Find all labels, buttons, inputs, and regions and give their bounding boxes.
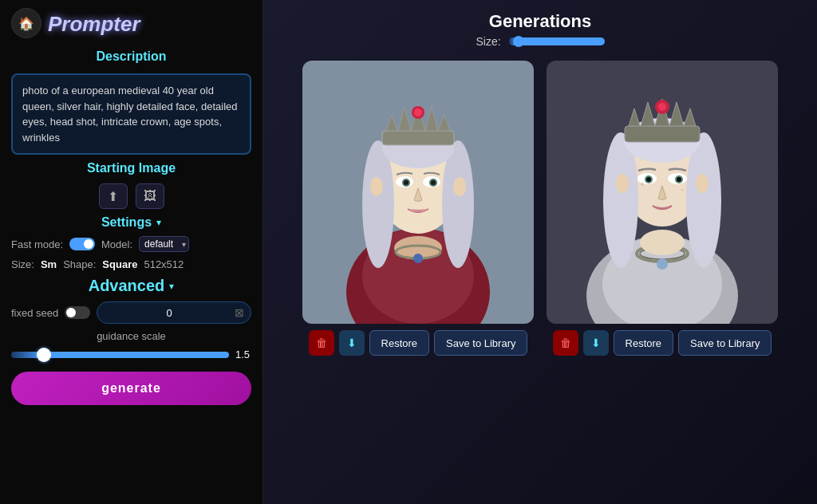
- shape-value[interactable]: Square: [102, 258, 137, 270]
- model-select-wrapper: default quality fast: [139, 236, 189, 252]
- svg-point-24: [370, 177, 383, 196]
- image-2-restore-button[interactable]: Restore: [614, 330, 674, 356]
- fast-mode-label: Fast mode:: [11, 238, 63, 250]
- starting-image-section: Starting Image ⬆ 🖼: [11, 161, 251, 209]
- guidance-value: 1.5: [235, 348, 251, 360]
- seed-toggle[interactable]: [65, 306, 90, 319]
- svg-point-50: [677, 177, 681, 182]
- svg-point-52: [696, 174, 708, 193]
- svg-point-49: [646, 177, 651, 182]
- description-box[interactable]: photo of a european medieval 40 year old…: [11, 73, 251, 155]
- model-select[interactable]: default quality fast: [139, 236, 189, 252]
- image-1-restore-button[interactable]: Restore: [369, 330, 430, 356]
- image-2-delete-button[interactable]: 🗑: [553, 330, 578, 356]
- settings-label: Settings: [101, 215, 152, 230]
- image-2-actions: 🗑 ⬇ Restore Save to Library: [553, 330, 772, 356]
- sidebar: 🏠 Prompter Description photo of a europe…: [0, 0, 263, 504]
- generations-title: Generations: [279, 11, 801, 32]
- svg-point-22: [404, 180, 408, 185]
- description-text: photo of a european medieval 40 year old…: [22, 85, 238, 144]
- svg-point-54: [681, 189, 684, 191]
- svg-point-5: [413, 254, 423, 263]
- image-card-2: 🗑 ⬇ Restore Save to Library: [547, 61, 778, 356]
- image-1-delete-button[interactable]: 🗑: [309, 330, 334, 356]
- guidance-slider-container: 1.5: [11, 348, 251, 360]
- starting-image-label: Starting Image: [87, 161, 176, 175]
- prompter-title: Prompter: [48, 12, 140, 37]
- svg-point-32: [640, 230, 685, 255]
- svg-point-53: [641, 183, 644, 186]
- image-1-save-library-button[interactable]: Save to Library: [434, 330, 527, 356]
- seed-input-container: 0 ⊠: [97, 301, 251, 324]
- size-control: Size:: [279, 35, 801, 48]
- size-slider[interactable]: [509, 37, 605, 45]
- svg-rect-37: [625, 126, 700, 142]
- image-card-1: 🗑 ⬇ Restore Save to Library: [302, 61, 534, 356]
- size-control-label: Size:: [476, 35, 500, 48]
- svg-point-51: [616, 174, 629, 193]
- svg-point-23: [431, 180, 436, 185]
- home-button[interactable]: 🏠: [11, 8, 41, 38]
- settings-chevron-icon[interactable]: ▾: [156, 217, 161, 228]
- description-label: Description: [11, 49, 251, 64]
- seed-row: fixed seed 0 ⊠: [11, 301, 251, 324]
- guidance-label: guidance scale: [11, 330, 251, 342]
- image-1-actions: 🗑 ⬇ Restore Save to Library: [309, 330, 528, 356]
- image-2-save-library-button[interactable]: Save to Library: [678, 330, 772, 356]
- size-value[interactable]: Sm: [41, 258, 57, 270]
- settings-section: Settings ▾: [11, 215, 251, 230]
- shape-label: Shape:: [63, 258, 96, 270]
- guidance-slider-thumb[interactable]: [37, 348, 51, 362]
- upload-image-button[interactable]: ⬆: [99, 183, 128, 209]
- add-image-icon: 🖼: [144, 189, 156, 203]
- upload-icon: ⬆: [108, 189, 118, 204]
- svg-point-44: [658, 103, 666, 111]
- svg-rect-10: [382, 131, 454, 145]
- main-content: Generations Size:: [263, 0, 817, 504]
- seed-clear-button[interactable]: ⊠: [235, 306, 244, 319]
- home-icon: 🏠: [18, 16, 34, 31]
- size-shape-row: Size: Sm Shape: Square 512x512: [11, 258, 251, 270]
- fast-mode-toggle[interactable]: [69, 238, 95, 250]
- image-2-download-button[interactable]: ⬇: [583, 330, 609, 356]
- seed-value: 0: [104, 307, 235, 319]
- svg-point-17: [414, 108, 422, 116]
- seed-label: fixed seed: [11, 307, 58, 319]
- generations-header: Generations Size:: [263, 0, 817, 53]
- generated-image-2: [547, 61, 778, 324]
- size-slider-thumb[interactable]: [513, 36, 524, 47]
- images-grid: 🗑 ⬇ Restore Save to Library: [263, 53, 817, 504]
- size-label: Size:: [11, 258, 34, 270]
- add-image-button[interactable]: 🖼: [136, 183, 164, 209]
- dimensions-value: 512x512: [144, 258, 184, 270]
- model-label: Model:: [101, 238, 132, 250]
- image-1-download-button[interactable]: ⬇: [339, 330, 365, 356]
- advanced-chevron-icon[interactable]: ▾: [169, 281, 174, 292]
- advanced-section: Advanced ▾: [11, 277, 251, 295]
- svg-point-25: [453, 177, 466, 196]
- fast-mode-row: Fast mode: Model: default quality fast: [11, 236, 251, 252]
- advanced-title: Advanced: [89, 277, 165, 295]
- generate-button[interactable]: generate: [11, 372, 251, 405]
- guidance-slider-track[interactable]: [11, 352, 229, 358]
- generated-image-1: [302, 61, 534, 324]
- svg-point-31: [657, 258, 668, 270]
